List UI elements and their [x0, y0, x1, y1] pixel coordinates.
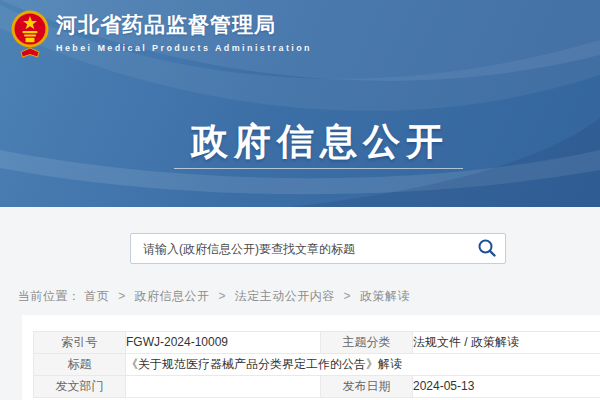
breadcrumb-separator: > — [344, 289, 352, 303]
breadcrumb-link-statutory-content[interactable]: 法定主动公开内容 — [235, 289, 335, 303]
org-name-cn: 河北省药品监督管理局 — [56, 12, 312, 38]
breadcrumb-link-policy-interpretation[interactable]: 政策解读 — [360, 289, 410, 303]
field-label-department: 发文部门 — [34, 376, 126, 398]
breadcrumb-separator: > — [218, 289, 226, 303]
doc-info-table: 索引号 FGWJ-2024-10009 主题分类 法规文件 / 政策解读 标题 … — [33, 331, 600, 398]
breadcrumb-label: 当前位置： — [18, 289, 81, 303]
china-national-emblem-icon — [11, 8, 49, 58]
org-name-en: Hebei Medical Products Administration — [56, 43, 312, 53]
field-label-publish-date: 发布日期 — [321, 376, 413, 398]
search-button[interactable] — [475, 238, 499, 260]
page-title: 政府信息公开 — [150, 117, 490, 167]
field-value-index: FGWJ-2024-10009 — [126, 332, 321, 354]
site-logo-link[interactable]: 河北省药品监督管理局 Hebei Medical Products Admini… — [11, 8, 312, 58]
field-value-category: 法规文件 / 政策解读 — [413, 332, 600, 354]
field-value-title: 《关于规范医疗器械产品分类界定工作的公告》解读 — [126, 354, 600, 376]
table-row-department: 发文部门 发布日期 2024-05-13 — [34, 376, 600, 398]
breadcrumb: 当前位置： 首页 > 政府信息公开 > 法定主动公开内容 > 政策解读 — [18, 288, 410, 305]
field-value-publish-date: 2024-05-13 — [413, 376, 600, 398]
site-header-banner: 河北省药品监督管理局 Hebei Medical Products Admini… — [0, 0, 600, 207]
field-value-department — [126, 376, 321, 398]
search-icon — [477, 238, 497, 258]
org-title-block: 河北省药品监督管理局 Hebei Medical Products Admini… — [56, 8, 312, 53]
banner-title-underline — [174, 168, 463, 169]
document-info-card: 索引号 FGWJ-2024-10009 主题分类 法规文件 / 政策解读 标题 … — [22, 315, 600, 400]
table-row-index: 索引号 FGWJ-2024-10009 主题分类 法规文件 / 政策解读 — [34, 332, 600, 354]
breadcrumb-link-home[interactable]: 首页 — [84, 289, 109, 303]
search-box — [130, 233, 506, 264]
field-label-title: 标题 — [34, 354, 126, 376]
field-label-index: 索引号 — [34, 332, 126, 354]
breadcrumb-link-info-disclosure[interactable]: 政府信息公开 — [135, 289, 210, 303]
table-row-title: 标题 《关于规范医疗器械产品分类界定工作的公告》解读 — [34, 354, 600, 376]
field-label-category: 主题分类 — [321, 332, 413, 354]
search-input[interactable] — [131, 234, 505, 263]
breadcrumb-separator: > — [118, 289, 126, 303]
